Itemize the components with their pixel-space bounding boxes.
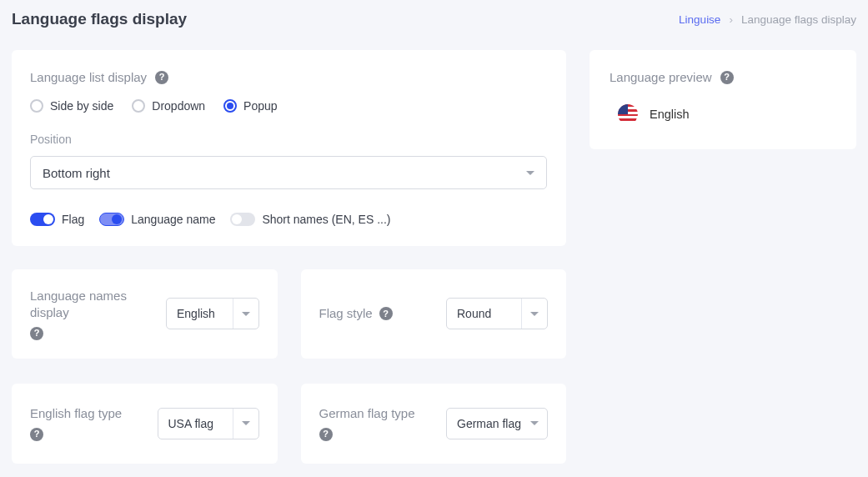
breadcrumb-root-link[interactable]: Linguise — [679, 13, 720, 26]
toggle-switch-icon — [99, 213, 124, 226]
chevron-down-icon — [242, 312, 250, 316]
chevron-down-icon — [526, 171, 534, 175]
german-flag-select[interactable]: German flag — [446, 408, 548, 439]
radio-label: Popup — [243, 99, 277, 113]
chevron-right-icon: › — [729, 13, 733, 26]
position-select[interactable]: Bottom right — [30, 156, 547, 189]
english-flag-type-card: English flag type ? USA flag — [12, 384, 278, 464]
toggle-short-names[interactable]: Short names (EN, ES ...) — [230, 213, 390, 226]
radio-icon — [30, 99, 43, 113]
flag-style-card: Flag style ? Round — [301, 269, 567, 359]
language-names-display-card: Language names display ? English — [12, 269, 278, 359]
flag-style-select[interactable]: Round — [446, 298, 548, 329]
english-flag-select[interactable]: USA flag — [158, 408, 259, 439]
language-preview-item[interactable]: English — [610, 99, 836, 126]
radio-icon — [223, 99, 237, 113]
radio-label: Side by side — [50, 99, 113, 113]
card-label: Flag style — [319, 305, 373, 322]
help-icon[interactable]: ? — [30, 428, 43, 441]
select-value: USA flag — [168, 417, 213, 430]
toggles-row: Flag Language name Short names (EN, ES .… — [30, 213, 548, 226]
radio-dropdown[interactable]: Dropdown — [132, 99, 205, 113]
toggle-label: Short names (EN, ES ...) — [262, 213, 390, 226]
toggle-label: Language name — [131, 213, 215, 226]
display-mode-radios: Side by side Dropdown Popup — [30, 99, 548, 113]
chevron-down-icon — [530, 421, 539, 425]
card-label: Language names display — [30, 288, 154, 322]
card-label: German flag type — [319, 405, 415, 422]
help-icon[interactable]: ? — [155, 71, 168, 84]
language-list-display-card: Language list display ? Side by side Dro… — [12, 50, 566, 246]
help-icon[interactable]: ? — [30, 327, 43, 340]
card-title: Language list display ? — [30, 70, 548, 84]
help-icon[interactable]: ? — [319, 428, 333, 441]
radio-popup[interactable]: Popup — [223, 99, 277, 113]
toggle-language-name[interactable]: Language name — [99, 213, 215, 226]
card-title-text: Language list display — [30, 70, 147, 84]
page-title: Language flags display — [12, 10, 187, 28]
language-preview-card: Language preview ? English — [590, 50, 856, 149]
select-value: German flag — [457, 417, 521, 430]
select-value: Bottom right — [43, 166, 110, 180]
toggle-switch-icon — [230, 213, 255, 226]
help-icon[interactable]: ? — [720, 71, 734, 84]
chevron-down-icon — [530, 312, 539, 316]
usa-flag-icon — [618, 104, 638, 124]
german-flag-type-card: German flag type ? German flag — [301, 384, 567, 464]
card-label: English flag type — [30, 405, 122, 422]
toggle-label: Flag — [62, 213, 84, 226]
position-label: Position — [30, 133, 548, 146]
select-value: English — [177, 307, 215, 320]
language-names-select[interactable]: English — [166, 298, 259, 329]
toggle-switch-icon — [30, 213, 55, 226]
help-icon[interactable]: ? — [379, 307, 393, 320]
card-title: Language preview ? — [610, 70, 836, 84]
toggle-flag[interactable]: Flag — [30, 213, 84, 226]
card-title-text: Language preview — [610, 70, 712, 84]
radio-icon — [132, 99, 145, 113]
select-value: Round — [457, 307, 491, 320]
language-name: English — [650, 108, 690, 121]
chevron-down-icon — [242, 421, 250, 425]
radio-label: Dropdown — [152, 99, 205, 113]
breadcrumb-current: Language flags display — [741, 13, 856, 26]
breadcrumb: Linguise › Language flags display — [679, 13, 856, 26]
radio-side-by-side[interactable]: Side by side — [30, 99, 113, 113]
